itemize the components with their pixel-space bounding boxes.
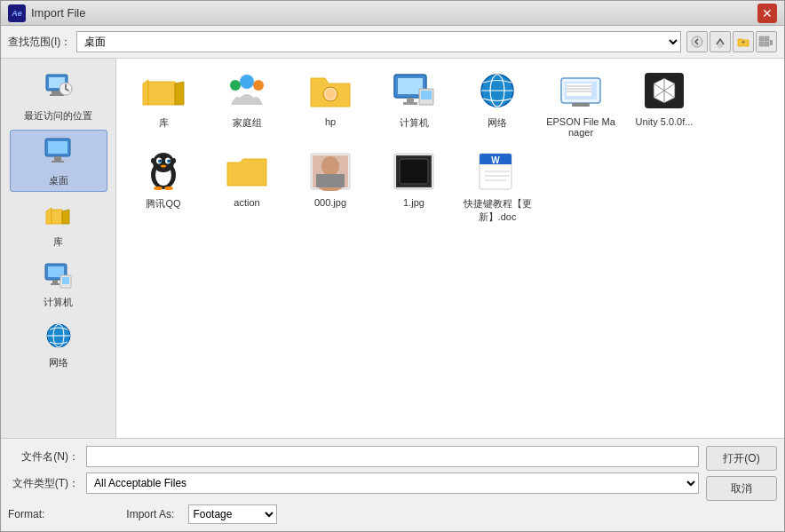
doc-icon: W	[474, 152, 520, 194]
svg-text:+: +	[741, 39, 745, 45]
hp-icon	[307, 71, 353, 113]
file-item-computer[interactable]: 计算机	[374, 66, 454, 143]
svg-point-50	[153, 153, 174, 172]
back-icon	[691, 36, 703, 48]
epson-icon	[558, 71, 604, 113]
action-folder-icon	[224, 152, 270, 194]
file-item-hp[interactable]: hp	[290, 66, 370, 143]
import-as-select[interactable]: Footage	[188, 504, 277, 524]
file-item-network[interactable]: 网络	[457, 66, 537, 143]
family-icon	[224, 71, 270, 113]
view-button[interactable]	[756, 31, 777, 52]
toolbar-icons: +	[686, 31, 777, 52]
sidebar-item-network[interactable]: 网络	[10, 316, 107, 373]
computer-icon	[43, 259, 75, 294]
img000-icon	[307, 152, 353, 194]
file-item-img000[interactable]: 000.jpg	[290, 147, 370, 229]
doc-label: 快捷键教程【更新】.doc	[461, 197, 534, 224]
svg-rect-6	[765, 42, 769, 46]
svg-rect-26	[148, 82, 175, 105]
new-folder-icon: +	[737, 36, 749, 48]
dialog-title: Import File	[31, 6, 85, 20]
network-icon	[43, 320, 75, 354]
unity-label: Unity 5.0.0f...	[636, 116, 694, 127]
sidebar-item-desktop[interactable]: 桌面	[10, 130, 107, 192]
sidebar-item-computer[interactable]: 计算机	[10, 256, 107, 313]
bottom-fields: 文件名(N)： 文件类型(T)： All Acceptable Files	[8, 446, 699, 499]
extra-options: Format: Import As: Footage	[8, 501, 777, 524]
new-folder-button[interactable]: +	[733, 31, 754, 52]
filetype-select[interactable]: All Acceptable Files	[86, 472, 699, 494]
computer-file-icon	[391, 71, 437, 113]
svg-rect-14	[54, 156, 61, 161]
svg-rect-66	[316, 174, 345, 187]
svg-rect-36	[421, 91, 432, 99]
cancel-button[interactable]: 取消	[706, 476, 777, 501]
svg-rect-1	[718, 44, 722, 47]
unity-icon	[641, 71, 687, 113]
img000-label: 000.jpg	[314, 197, 346, 208]
library-folder-icon	[140, 71, 186, 113]
family-label: 家庭组	[233, 116, 262, 130]
file-item-unity[interactable]: Unity 5.0.0f...	[624, 66, 704, 143]
svg-rect-10	[50, 94, 64, 96]
epson-label: EPSON File Manager	[544, 116, 617, 138]
sidebar-item-library[interactable]: 库	[10, 195, 107, 252]
location-label: 查找范围(I)：	[8, 35, 71, 50]
svg-rect-20	[51, 283, 59, 285]
file-item-library[interactable]: 库	[123, 66, 203, 143]
filename-label: 文件名(N)：	[8, 449, 79, 465]
svg-rect-19	[52, 280, 58, 283]
svg-point-59	[164, 187, 173, 190]
svg-rect-22	[62, 277, 69, 284]
location-select[interactable]: 桌面	[76, 31, 681, 52]
desktop-icon	[43, 134, 75, 172]
file-item-family[interactable]: 家庭组	[207, 66, 287, 143]
toolbar: 查找范围(I)： 桌面 +	[1, 26, 784, 59]
ae-logo-icon: Ae	[8, 4, 26, 22]
library-label: 库	[53, 235, 63, 249]
up-button[interactable]	[710, 31, 731, 52]
recent-label: 最近访问的位置	[24, 109, 92, 123]
svg-point-58	[154, 187, 163, 190]
form-wrapper: 文件名(N)： 文件类型(T)： All Acceptable Files 打开…	[8, 446, 777, 501]
svg-rect-4	[765, 36, 769, 41]
file-item-action[interactable]: action	[207, 147, 287, 229]
computer-file-label: 计算机	[400, 116, 429, 130]
svg-rect-70	[400, 159, 428, 184]
up-icon	[714, 36, 726, 48]
svg-rect-13	[48, 141, 67, 154]
network-file-label: 网络	[488, 116, 507, 130]
filename-input[interactable]	[86, 446, 699, 467]
svg-rect-42	[567, 83, 591, 96]
svg-point-0	[692, 36, 702, 47]
sidebar: 最近访问的位置 桌面	[1, 59, 116, 438]
filename-row: 文件名(N)：	[8, 446, 699, 467]
svg-point-64	[321, 156, 339, 176]
back-button[interactable]	[686, 31, 708, 52]
qq-icon	[140, 152, 186, 194]
svg-point-27	[240, 75, 254, 89]
title-bar: Ae Import File ✕	[1, 1, 784, 26]
sidebar-item-recent[interactable]: 最近访问的位置	[10, 66, 107, 126]
computer-label: 计算机	[44, 296, 73, 309]
img1-icon	[391, 152, 437, 194]
format-label: Format:	[8, 508, 44, 520]
svg-point-57	[161, 165, 166, 168]
hp-label: hp	[325, 116, 336, 127]
file-area: 库 家庭组	[116, 59, 784, 438]
svg-rect-46	[572, 103, 590, 107]
svg-point-28	[230, 80, 241, 91]
open-button[interactable]: 打开(O)	[706, 446, 777, 471]
bottom-area: 文件名(N)： 文件类型(T)： All Acceptable Files 打开…	[1, 438, 784, 531]
file-item-epson[interactable]: EPSON File Manager	[541, 66, 621, 143]
file-item-img1[interactable]: 1.jpg	[374, 147, 454, 229]
recent-icon	[43, 69, 75, 107]
form-buttons: 打开(O) 取消	[706, 446, 777, 501]
file-item-doc[interactable]: W 快捷键教程【更新】.doc	[457, 147, 537, 229]
svg-rect-16	[52, 210, 62, 224]
svg-point-56	[169, 160, 170, 162]
file-item-qq[interactable]: 腾讯QQ	[123, 147, 203, 229]
close-button[interactable]: ✕	[757, 4, 777, 23]
import-file-dialog: Ae Import File ✕ 查找范围(I)： 桌面	[0, 0, 785, 532]
